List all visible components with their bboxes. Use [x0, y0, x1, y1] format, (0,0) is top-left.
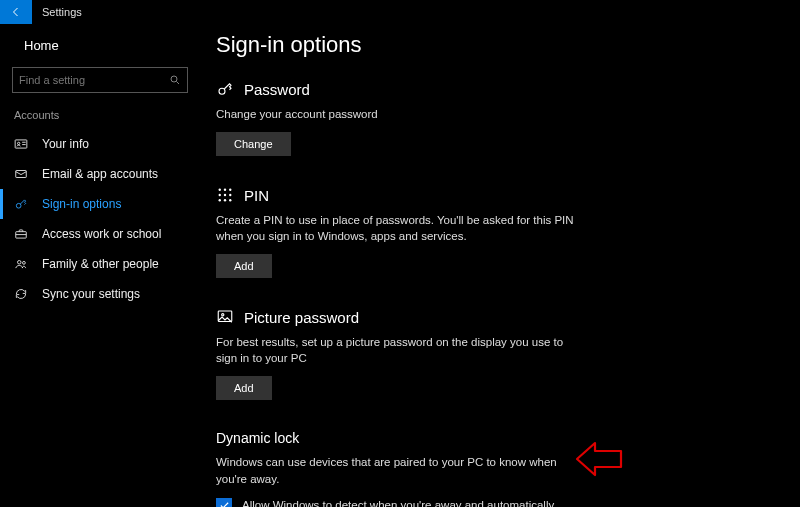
section-desc: For best results, set up a picture passw… [216, 334, 586, 366]
search-input[interactable] [12, 67, 188, 93]
section-picture-password: Picture password For best results, set u… [216, 308, 616, 400]
home-label: Home [24, 38, 59, 53]
svg-rect-7 [16, 171, 27, 178]
sidebar-item-label: Email & app accounts [42, 167, 158, 181]
sidebar-item-label: Family & other people [42, 257, 159, 271]
svg-point-12 [219, 88, 225, 94]
sidebar-item-signin-options[interactable]: Sign-in options [0, 189, 200, 219]
checkmark-icon [219, 500, 230, 507]
dynamic-lock-checkbox[interactable] [216, 498, 232, 507]
pin-pad-icon [216, 186, 234, 204]
app-title: Settings [42, 6, 82, 18]
svg-point-8 [16, 203, 21, 208]
search-icon [169, 74, 181, 86]
svg-point-16 [219, 194, 221, 196]
home-button[interactable]: Home [0, 32, 200, 59]
sidebar-item-label: Your info [42, 137, 89, 151]
section-title: Dynamic lock [216, 430, 616, 446]
section-dynamic-lock: Dynamic lock Windows can use devices tha… [216, 430, 616, 507]
add-picture-password-button[interactable]: Add [216, 376, 272, 400]
dynamic-lock-checkbox-label: Allow Windows to detect when you're away… [242, 497, 562, 507]
sync-icon [14, 287, 28, 301]
add-pin-button[interactable]: Add [216, 254, 272, 278]
sidebar-item-label: Sync your settings [42, 287, 140, 301]
svg-point-20 [224, 199, 226, 201]
svg-point-14 [224, 189, 226, 191]
sidebar-section-label: Accounts [0, 109, 200, 129]
picture-icon [216, 308, 234, 326]
svg-point-23 [222, 314, 224, 316]
section-desc: Windows can use devices that are paired … [216, 454, 586, 486]
section-title: PIN [244, 187, 269, 204]
sidebar-item-your-info[interactable]: Your info [0, 129, 200, 159]
svg-point-18 [229, 194, 231, 196]
sidebar-item-sync-settings[interactable]: Sync your settings [0, 279, 200, 309]
back-button[interactable] [0, 0, 32, 24]
svg-point-15 [229, 189, 231, 191]
svg-point-10 [18, 261, 22, 265]
sidebar-item-email-accounts[interactable]: Email & app accounts [0, 159, 200, 189]
section-pin: PIN Create a PIN to use in place of pass… [216, 186, 616, 278]
envelope-icon [14, 167, 28, 181]
sidebar-item-label: Sign-in options [42, 197, 121, 211]
svg-rect-5 [15, 140, 27, 148]
section-title: Password [244, 81, 310, 98]
sidebar-item-access-work-school[interactable]: Access work or school [0, 219, 200, 249]
svg-point-4 [171, 76, 177, 82]
svg-point-6 [18, 142, 20, 144]
people-icon [14, 257, 28, 271]
page-title: Sign-in options [216, 32, 760, 58]
sidebar-item-family-people[interactable]: Family & other people [0, 249, 200, 279]
svg-point-13 [219, 189, 221, 191]
svg-point-17 [224, 194, 226, 196]
svg-point-21 [229, 199, 231, 201]
section-desc: Change your account password [216, 106, 586, 122]
back-arrow-icon [10, 6, 22, 18]
key-icon [216, 80, 234, 98]
section-password: Password Change your account password Ch… [216, 80, 616, 156]
title-bar: Settings [0, 0, 800, 24]
person-card-icon [14, 137, 28, 151]
section-title: Picture password [244, 309, 359, 326]
sidebar-item-label: Access work or school [42, 227, 161, 241]
svg-point-19 [219, 199, 221, 201]
key-icon [14, 197, 28, 211]
section-desc: Create a PIN to use in place of password… [216, 212, 586, 244]
main-panel: Sign-in options Password Change your acc… [200, 24, 800, 507]
search-field[interactable] [19, 74, 169, 86]
svg-point-11 [23, 261, 26, 264]
sidebar: Home Accounts Your info Email & app acco… [0, 24, 200, 507]
change-password-button[interactable]: Change [216, 132, 291, 156]
briefcase-icon [14, 227, 28, 241]
